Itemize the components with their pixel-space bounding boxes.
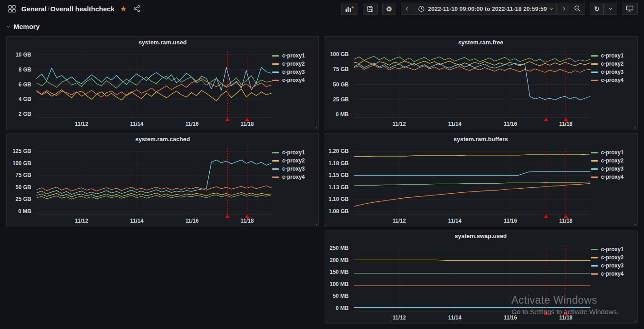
legend: c-proxy1c-proxy2c-proxy3c-proxy4 (591, 149, 636, 180)
refresh-interval-dropdown[interactable] (604, 3, 617, 15)
panel-resize-handle[interactable] (316, 127, 317, 129)
x-tick-label: 11/18 (559, 121, 572, 127)
y-axis: 125 GB100 GB75 GB50 GB25 GB0 MB (7, 148, 34, 215)
y-axis: 10 GB8 GB6 GB4 GB2 GB (7, 51, 34, 118)
x-tick-label: 11/14 (448, 315, 461, 321)
legend-item[interactable]: c-proxy1 (591, 246, 636, 253)
legend-item[interactable]: c-proxy1 (591, 149, 636, 156)
zoom-out-icon (574, 5, 581, 12)
x-tick-label: 11/12 (75, 121, 88, 127)
legend-swatch (591, 257, 598, 258)
clock-icon (418, 5, 425, 12)
panel-resize-handle[interactable] (634, 127, 636, 129)
legend-item[interactable]: c-proxy2 (272, 157, 317, 164)
plot-canvas[interactable] (37, 51, 271, 118)
time-range-label: 2022-11-10 09:00:00 to 2022-11-18 20:59:… (428, 5, 547, 12)
legend-item[interactable]: c-proxy2 (591, 61, 636, 67)
time-range-picker[interactable]: 2022-11-10 09:00:00 to 2022-11-18 20:59:… (414, 3, 557, 15)
dashboards-grid-icon[interactable] (7, 4, 17, 14)
breadcrumb-dashboard-title[interactable]: Overall healthcheck (50, 5, 115, 13)
legend-label: c-proxy3 (601, 166, 624, 172)
plot-canvas[interactable] (354, 245, 590, 311)
y-tick-label: 200 MB (330, 257, 349, 263)
star-icon: ★ (120, 5, 127, 13)
legend-label: c-proxy3 (282, 166, 305, 172)
plot-canvas[interactable] (354, 148, 590, 215)
share-icon (133, 5, 140, 12)
share-dashboard-button[interactable] (132, 4, 141, 13)
y-tick-label: 1.15 GB (328, 172, 349, 178)
y-tick-label: 1.13 GB (328, 184, 349, 191)
panel-title[interactable]: system.swap.used (324, 230, 637, 242)
legend-item[interactable]: c-proxy4 (591, 271, 636, 277)
panel-system-ram-used: system.ram.used 10 GB8 GB6 GB4 GB2 GB 11… (6, 36, 319, 130)
legend-item[interactable]: c-proxy3 (591, 262, 636, 269)
legend-item[interactable]: c-proxy3 (272, 69, 317, 75)
breadcrumb: General / Overall healthcheck (21, 5, 115, 13)
x-tick-label: 11/16 (185, 121, 198, 127)
navbar: General / Overall healthcheck ★ (0, 0, 644, 17)
zoom-out-time-button[interactable] (570, 3, 585, 15)
legend-item[interactable]: c-proxy4 (272, 174, 317, 180)
y-tick-label: 1.18 GB (328, 160, 349, 167)
legend-swatch (591, 72, 598, 73)
time-shift-forward-button[interactable] (557, 3, 570, 15)
legend-item[interactable]: c-proxy1 (591, 52, 636, 59)
legend-item[interactable]: c-proxy4 (591, 174, 636, 180)
legend-swatch (591, 80, 598, 81)
legend-item[interactable]: c-proxy3 (591, 69, 636, 75)
x-tick-label: 11/12 (393, 218, 406, 224)
dashboard-settings-button[interactable]: ⚙ (382, 3, 396, 15)
legend-item[interactable]: c-proxy1 (272, 52, 317, 59)
panel-resize-handle[interactable] (634, 224, 636, 225)
chart-area: 100 GB75 GB50 GB25 GB0 MB 11/1211/1411/1… (324, 48, 637, 130)
y-tick-label: 100 GB (13, 160, 31, 167)
panel-title[interactable]: system.ram.used (7, 37, 318, 48)
x-tick-label: 11/14 (448, 218, 461, 224)
add-panel-button[interactable] (341, 3, 358, 15)
favorite-star-button[interactable]: ★ (119, 4, 128, 14)
legend-item[interactable]: c-proxy3 (272, 166, 317, 172)
plot-canvas[interactable] (354, 51, 590, 118)
panel-system-ram-buffers: system.ram.buffers 1.20 GB1.18 GB1.15 GB… (324, 133, 638, 227)
cycle-view-mode-button[interactable] (622, 3, 638, 15)
refresh-dashboard-button[interactable]: ↻ (590, 3, 604, 15)
save-icon (367, 5, 374, 12)
chart-area: 10 GB8 GB6 GB4 GB2 GB 11/1211/1411/1611/… (7, 48, 318, 130)
legend-swatch (591, 249, 598, 250)
legend-item[interactable]: c-proxy3 (591, 166, 636, 172)
legend: c-proxy1c-proxy2c-proxy3c-proxy4 (591, 246, 636, 277)
panel-system-swap-used: system.swap.used 250 MB200 MB150 MB100 M… (324, 230, 638, 324)
panel-title[interactable]: system.ram.cached (7, 134, 318, 145)
x-tick-label: 11/12 (75, 218, 88, 224)
memory-section-toggle[interactable]: Memory (7, 23, 40, 30)
legend-item[interactable]: c-proxy1 (272, 149, 317, 156)
legend-swatch (272, 152, 279, 153)
y-tick-label: 2 GB (19, 111, 31, 117)
plot-canvas[interactable] (37, 148, 271, 215)
legend-item[interactable]: c-proxy2 (591, 254, 636, 261)
chevron-down-icon (7, 24, 10, 28)
x-axis: 11/1211/1411/1611/18 (354, 121, 590, 128)
breadcrumb-folder[interactable]: General (21, 5, 47, 13)
legend-item[interactable]: c-proxy2 (272, 61, 317, 67)
save-dashboard-button[interactable] (363, 3, 378, 15)
panel-title[interactable]: system.ram.buffers (324, 134, 637, 145)
legend-item[interactable]: c-proxy2 (591, 157, 636, 164)
y-tick-label: 75 GB (15, 172, 31, 178)
legend-item[interactable]: c-proxy4 (591, 77, 636, 83)
x-tick-label: 11/16 (185, 218, 198, 224)
legend-swatch (591, 273, 598, 275)
legend-item[interactable]: c-proxy4 (272, 77, 317, 83)
panel-title[interactable]: system.ram.free (324, 37, 637, 48)
y-tick-label: 10 GB (15, 52, 31, 58)
y-tick-label: 8 GB (19, 67, 31, 73)
panel-resize-handle[interactable] (316, 224, 317, 225)
panel-system-ram-free: system.ram.free 100 GB75 GB50 GB25 GB0 M… (324, 36, 638, 130)
panel-resize-handle[interactable] (634, 321, 636, 322)
x-axis: 11/1211/1411/1611/18 (354, 315, 590, 322)
y-tick-label: 75 GB (333, 66, 349, 72)
time-shift-back-button[interactable] (401, 3, 414, 15)
x-tick-label: 11/14 (130, 218, 143, 224)
legend-label: c-proxy2 (601, 61, 624, 67)
